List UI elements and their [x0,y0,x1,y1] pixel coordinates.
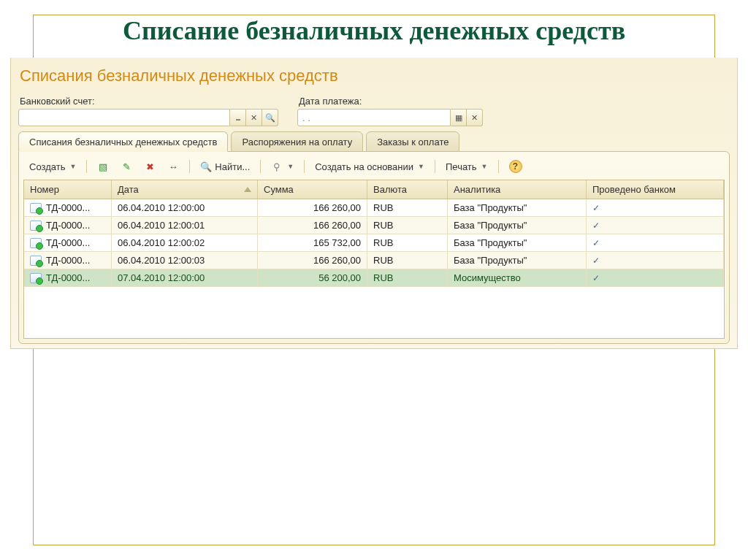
button-label: Создать на основании [315,161,413,172]
tab-bar: Списания безналичных денежных средств Ра… [18,131,730,151]
col-header-sum[interactable]: Сумма [258,180,367,199]
cell-currency: RUB [373,202,393,213]
cell-currency: RUB [373,220,393,231]
create-based-on-button[interactable]: Создать на основании ▼ [310,159,429,174]
search-icon: 🔍 [265,113,275,123]
app-panel: Списания безналичных денежных средств Ба… [10,58,738,349]
col-header-number[interactable]: Номер [24,180,112,199]
ellipsis-icon: ... [235,113,240,122]
print-button[interactable]: Печать ▼ [441,159,492,174]
document-icon [30,238,42,248]
data-grid: Номер Дата Сумма Валюта Аналитика Провед… [23,180,725,339]
help-icon: ? [509,160,522,173]
separator [260,160,261,173]
separator [86,160,87,173]
select-button[interactable]: ... [230,109,246,126]
separator [498,160,499,173]
col-header-date[interactable]: Дата [112,180,258,199]
button-label: Найти... [215,161,250,172]
cell-number: ТД-0000... [46,220,90,231]
check-icon: ✓ [592,256,600,266]
tab-body: Создать ▼ ▧ ✎ ✖ ↔ 🔍 Найти... ⚲ ▼ Создать… [18,151,730,344]
table-row[interactable]: ТД-0000...06.04.2010 12:00:02165 732,00R… [24,234,724,252]
check-icon: ✓ [592,273,600,283]
check-icon: ✓ [592,238,600,248]
toolbar: Создать ▼ ▧ ✎ ✖ ↔ 🔍 Найти... ⚲ ▼ Создать… [23,156,725,180]
filter-bank-account: Банковский счет: ... ✕ 🔍 [18,96,278,126]
refresh-icon: ↔ [167,161,179,172]
button-label: Создать [29,161,65,172]
tab-label: Заказы к оплате [377,137,449,147]
search-button[interactable]: 🔍 [262,109,278,126]
cell-sum: 166 260,00 [313,220,361,231]
refresh-button[interactable]: ↔ [163,158,183,174]
cell-analytics: База "Продукты" [454,255,527,266]
separator [189,160,190,173]
grid-empty-area [24,287,724,338]
grid-header: Номер Дата Сумма Валюта Аналитика Провед… [24,180,724,199]
cell-date: 06.04.2010 12:00:01 [118,220,205,231]
cell-number: ТД-0000... [46,255,90,266]
clear-date-button[interactable]: ✕ [467,109,483,126]
cell-analytics: Мосимущество [454,272,521,283]
find-button[interactable]: 🔍 Найти... [196,158,254,174]
delete-button[interactable]: ✖ [140,158,160,174]
chevron-down-icon: ▼ [69,163,76,170]
document-icon [30,203,42,213]
cell-analytics: База "Продукты" [454,237,527,248]
cell-sum: 165 732,00 [313,237,361,248]
delete-icon: ✖ [144,161,156,172]
cell-currency: RUB [373,255,393,266]
cell-currency: RUB [373,237,393,248]
table-row[interactable]: ТД-0000...06.04.2010 12:00:01166 260,00R… [24,217,724,234]
calendar-icon: ▦ [455,113,462,123]
close-icon: ✕ [471,113,478,123]
cell-date: 07.04.2010 12:00:00 [118,272,205,283]
tab-label: Распоряжения на оплату [242,137,352,147]
edit-button[interactable]: ✎ [116,158,137,174]
cell-analytics: База "Продукты" [454,220,527,231]
chevron-down-icon: ▼ [287,163,294,170]
cell-number: ТД-0000... [46,202,90,213]
col-header-analytics[interactable]: Аналитика [448,180,587,199]
table-row[interactable]: ТД-0000...06.04.2010 12:00:00166 260,00R… [24,199,724,217]
create-button[interactable]: Создать ▼ [25,159,80,174]
separator [435,160,435,173]
table-row[interactable]: ТД-0000...06.04.2010 12:00:03166 260,00R… [24,252,724,269]
tab-writeoffs[interactable]: Списания безналичных денежных средств [18,131,228,152]
bank-account-input[interactable] [18,109,230,126]
plug-icon: ⚲ [271,161,283,172]
tab-orders-to-pay[interactable]: Заказы к оплате [366,131,459,152]
link-button[interactable]: ⚲ ▼ [267,158,298,174]
document-icon [30,256,42,266]
payment-date-input[interactable] [297,109,451,126]
cell-sum: 166 260,00 [313,255,361,266]
close-icon: ✕ [251,113,257,123]
cell-analytics: База "Продукты" [454,202,527,213]
pencil-icon: ✎ [121,161,132,172]
cell-date: 06.04.2010 12:00:00 [118,202,205,213]
col-header-currency[interactable]: Валюта [367,180,448,199]
cell-sum: 56 200,00 [318,272,361,283]
bank-account-label: Банковский счет: [20,96,278,107]
separator [304,160,305,173]
help-button[interactable]: ? [505,158,527,175]
chevron-down-icon: ▼ [481,163,488,170]
document-icon [30,273,42,283]
col-header-bank-processed[interactable]: Проведено банком [587,180,724,199]
clear-button[interactable]: ✕ [246,109,262,126]
filter-bar: Банковский счет: ... ✕ 🔍 Дата платежа: ▦… [18,96,730,126]
add-button[interactable]: ▧ [93,158,113,174]
button-label: Печать [446,161,477,172]
calendar-button[interactable]: ▦ [451,109,467,126]
table-row[interactable]: ТД-0000...07.04.2010 12:00:0056 200,00RU… [24,269,724,287]
chevron-down-icon: ▼ [418,163,424,170]
document-icon [30,220,42,231]
check-icon: ✓ [592,203,600,213]
tab-payment-orders[interactable]: Распоряжения на оплату [231,131,363,152]
cell-date: 06.04.2010 12:00:02 [118,237,205,248]
add-icon: ▧ [97,161,109,172]
panel-title: Списания безналичных денежных средств [20,66,730,85]
cell-currency: RUB [373,272,393,283]
cell-number: ТД-0000... [46,237,90,248]
